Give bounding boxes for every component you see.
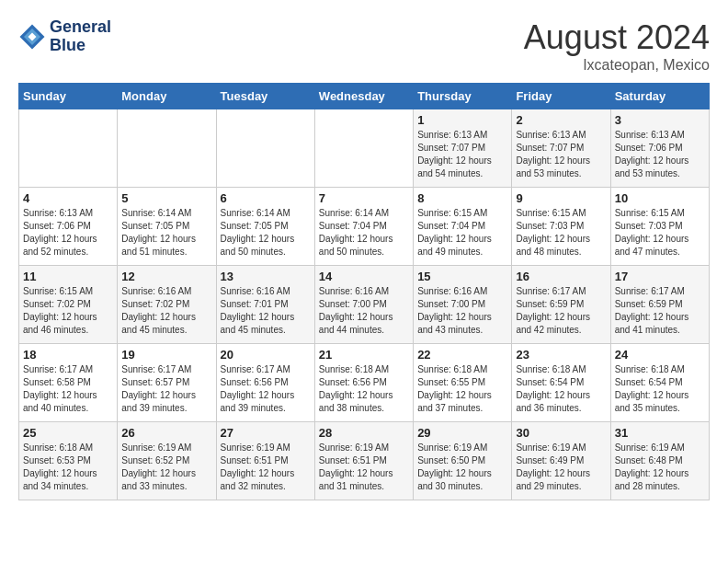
day-number: 1 — [417, 113, 507, 127]
day-number: 24 — [615, 348, 705, 362]
calendar-cell: 13Sunrise: 6:16 AM Sunset: 7:01 PM Dayli… — [216, 266, 314, 344]
day-of-week-header: Sunday — [19, 84, 118, 109]
calendar-cell: 28Sunrise: 6:19 AM Sunset: 6:51 PM Dayli… — [314, 422, 413, 500]
day-info: Sunrise: 6:19 AM Sunset: 6:49 PM Dayligh… — [516, 442, 606, 493]
day-info: Sunrise: 6:18 AM Sunset: 6:54 PM Dayligh… — [615, 363, 705, 415]
day-number: 5 — [121, 191, 211, 205]
day-info: Sunrise: 6:13 AM Sunset: 7:07 PM Dayligh… — [417, 129, 507, 180]
calendar-cell: 19Sunrise: 6:17 AM Sunset: 6:57 PM Dayli… — [118, 344, 216, 422]
calendar-cell: 17Sunrise: 6:17 AM Sunset: 6:59 PM Dayli… — [610, 266, 709, 344]
calendar-cell: 3Sunrise: 6:13 AM Sunset: 7:06 PM Daylig… — [610, 109, 709, 188]
calendar-cell: 16Sunrise: 6:17 AM Sunset: 6:59 PM Dayli… — [512, 266, 610, 344]
calendar-week-row: 18Sunrise: 6:17 AM Sunset: 6:58 PM Dayli… — [19, 344, 710, 422]
day-number: 17 — [615, 270, 705, 283]
calendar-cell: 1Sunrise: 6:13 AM Sunset: 7:07 PM Daylig… — [414, 109, 512, 188]
day-number: 28 — [319, 426, 409, 440]
calendar-cell: 12Sunrise: 6:16 AM Sunset: 7:02 PM Dayli… — [118, 266, 216, 344]
calendar-cell: 30Sunrise: 6:19 AM Sunset: 6:49 PM Dayli… — [512, 422, 610, 500]
day-info: Sunrise: 6:15 AM Sunset: 7:02 PM Dayligh… — [23, 285, 113, 337]
day-number: 13 — [221, 270, 311, 283]
calendar-cell — [118, 109, 216, 188]
day-info: Sunrise: 6:15 AM Sunset: 7:03 PM Dayligh… — [516, 207, 606, 259]
calendar-cell: 9Sunrise: 6:15 AM Sunset: 7:03 PM Daylig… — [512, 188, 610, 266]
day-of-week-header: Thursday — [414, 84, 512, 109]
calendar-cell: 24Sunrise: 6:18 AM Sunset: 6:54 PM Dayli… — [610, 344, 709, 422]
day-info: Sunrise: 6:17 AM Sunset: 6:57 PM Dayligh… — [121, 363, 211, 415]
day-info: Sunrise: 6:18 AM Sunset: 6:53 PM Dayligh… — [23, 442, 113, 493]
calendar-cell: 15Sunrise: 6:16 AM Sunset: 7:00 PM Dayli… — [414, 266, 512, 344]
day-of-week-header: Saturday — [610, 84, 709, 109]
day-info: Sunrise: 6:13 AM Sunset: 7:06 PM Dayligh… — [615, 129, 705, 180]
calendar-cell — [19, 109, 118, 188]
day-info: Sunrise: 6:19 AM Sunset: 6:52 PM Dayligh… — [121, 442, 211, 493]
day-number: 20 — [221, 348, 311, 362]
day-number: 9 — [516, 191, 606, 205]
day-info: Sunrise: 6:14 AM Sunset: 7:05 PM Dayligh… — [221, 207, 311, 259]
day-info: Sunrise: 6:13 AM Sunset: 7:06 PM Dayligh… — [23, 207, 113, 259]
calendar-cell: 14Sunrise: 6:16 AM Sunset: 7:00 PM Dayli… — [314, 266, 413, 344]
day-number: 3 — [615, 113, 705, 127]
day-number: 2 — [516, 113, 606, 127]
day-number: 29 — [417, 426, 507, 440]
day-number: 16 — [516, 270, 606, 283]
day-number: 7 — [319, 191, 409, 205]
calendar-cell: 7Sunrise: 6:14 AM Sunset: 7:04 PM Daylig… — [314, 188, 413, 266]
logo-text: General Blue — [50, 18, 111, 55]
day-info: Sunrise: 6:15 AM Sunset: 7:04 PM Dayligh… — [417, 207, 507, 259]
day-info: Sunrise: 6:17 AM Sunset: 6:56 PM Dayligh… — [221, 363, 311, 415]
calendar-cell: 8Sunrise: 6:15 AM Sunset: 7:04 PM Daylig… — [414, 188, 512, 266]
day-info: Sunrise: 6:17 AM Sunset: 6:58 PM Dayligh… — [23, 363, 113, 415]
calendar-cell — [314, 109, 413, 188]
calendar-cell — [216, 109, 314, 188]
day-number: 8 — [417, 191, 507, 205]
calendar-cell: 27Sunrise: 6:19 AM Sunset: 6:51 PM Dayli… — [216, 422, 314, 500]
day-info: Sunrise: 6:18 AM Sunset: 6:54 PM Dayligh… — [516, 363, 606, 415]
day-info: Sunrise: 6:19 AM Sunset: 6:51 PM Dayligh… — [221, 442, 311, 493]
page-header: General Blue August 2024 Ixcateopan, Mex… — [18, 18, 710, 74]
calendar-cell: 26Sunrise: 6:19 AM Sunset: 6:52 PM Dayli… — [118, 422, 216, 500]
day-number: 18 — [23, 348, 113, 362]
day-info: Sunrise: 6:14 AM Sunset: 7:05 PM Dayligh… — [121, 207, 211, 259]
calendar-week-row: 11Sunrise: 6:15 AM Sunset: 7:02 PM Dayli… — [19, 266, 710, 344]
calendar-cell: 25Sunrise: 6:18 AM Sunset: 6:53 PM Dayli… — [19, 422, 118, 500]
day-number: 21 — [319, 348, 409, 362]
calendar-week-row: 25Sunrise: 6:18 AM Sunset: 6:53 PM Dayli… — [19, 422, 710, 500]
calendar-cell: 5Sunrise: 6:14 AM Sunset: 7:05 PM Daylig… — [118, 188, 216, 266]
day-info: Sunrise: 6:17 AM Sunset: 6:59 PM Dayligh… — [516, 285, 606, 337]
day-info: Sunrise: 6:14 AM Sunset: 7:04 PM Dayligh… — [319, 207, 409, 259]
calendar-cell: 10Sunrise: 6:15 AM Sunset: 7:03 PM Dayli… — [610, 188, 709, 266]
day-number: 10 — [615, 191, 705, 205]
location: Ixcateopan, Mexico — [524, 57, 710, 74]
month-year: August 2024 — [524, 18, 710, 57]
day-number: 15 — [417, 270, 507, 283]
calendar-cell: 6Sunrise: 6:14 AM Sunset: 7:05 PM Daylig… — [216, 188, 314, 266]
day-info: Sunrise: 6:19 AM Sunset: 6:48 PM Dayligh… — [615, 442, 705, 493]
calendar-header-row: SundayMondayTuesdayWednesdayThursdayFrid… — [19, 84, 710, 109]
day-number: 22 — [417, 348, 507, 362]
calendar-cell: 22Sunrise: 6:18 AM Sunset: 6:55 PM Dayli… — [414, 344, 512, 422]
day-info: Sunrise: 6:17 AM Sunset: 6:59 PM Dayligh… — [615, 285, 705, 337]
day-number: 4 — [23, 191, 113, 205]
day-of-week-header: Friday — [512, 84, 610, 109]
calendar-table: SundayMondayTuesdayWednesdayThursdayFrid… — [18, 83, 710, 500]
day-of-week-header: Monday — [118, 84, 216, 109]
calendar-cell: 21Sunrise: 6:18 AM Sunset: 6:56 PM Dayli… — [314, 344, 413, 422]
day-number: 23 — [516, 348, 606, 362]
calendar-cell: 23Sunrise: 6:18 AM Sunset: 6:54 PM Dayli… — [512, 344, 610, 422]
day-info: Sunrise: 6:16 AM Sunset: 7:01 PM Dayligh… — [221, 285, 311, 337]
day-info: Sunrise: 6:19 AM Sunset: 6:50 PM Dayligh… — [417, 442, 507, 493]
day-info: Sunrise: 6:16 AM Sunset: 7:00 PM Dayligh… — [319, 285, 409, 337]
logo-icon — [18, 23, 46, 51]
logo: General Blue — [18, 18, 111, 55]
calendar-cell: 18Sunrise: 6:17 AM Sunset: 6:58 PM Dayli… — [19, 344, 118, 422]
day-number: 14 — [319, 270, 409, 283]
day-number: 31 — [615, 426, 705, 440]
calendar-cell: 20Sunrise: 6:17 AM Sunset: 6:56 PM Dayli… — [216, 344, 314, 422]
day-number: 30 — [516, 426, 606, 440]
day-number: 27 — [221, 426, 311, 440]
day-info: Sunrise: 6:18 AM Sunset: 6:56 PM Dayligh… — [319, 363, 409, 415]
calendar-cell: 2Sunrise: 6:13 AM Sunset: 7:07 PM Daylig… — [512, 109, 610, 188]
day-number: 25 — [23, 426, 113, 440]
day-info: Sunrise: 6:18 AM Sunset: 6:55 PM Dayligh… — [417, 363, 507, 415]
calendar-cell: 11Sunrise: 6:15 AM Sunset: 7:02 PM Dayli… — [19, 266, 118, 344]
